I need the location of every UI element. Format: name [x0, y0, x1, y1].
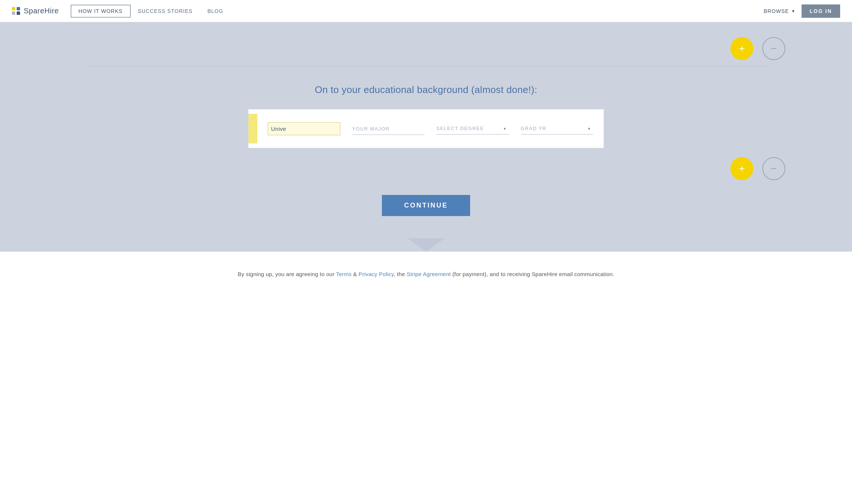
step-circles-bottom: + −: [730, 157, 785, 180]
logo-text: SpareHire: [24, 7, 59, 15]
university-field-group: [268, 122, 340, 135]
stripe-link[interactable]: Stripe Agreement: [407, 271, 451, 277]
plus-icon-top: +: [739, 43, 745, 54]
logo-icon: [12, 7, 20, 15]
logo: SpareHire: [12, 7, 59, 15]
nav-left: SpareHire HOW IT WORKS SUCCESS STORIES B…: [12, 5, 231, 17]
nav-links: HOW IT WORKS SUCCESS STORIES BLOG: [71, 5, 231, 17]
continue-button[interactable]: CONTINUE: [382, 195, 470, 216]
chevron-down-icon: [407, 238, 445, 252]
degree-select[interactable]: SELECT DEGREE BS BA MBA MS PhD: [436, 123, 509, 135]
add-education-button-bottom[interactable]: +: [730, 157, 753, 180]
form-fields: SELECT DEGREE BS BA MBA MS PhD GRAD YR 2…: [257, 122, 604, 135]
add-education-button-top[interactable]: +: [730, 37, 753, 60]
footer-ampersand: &: [351, 271, 359, 277]
degree-select-wrap: SELECT DEGREE BS BA MBA MS PhD: [436, 123, 509, 135]
footer-suffix: (for payment), and to receiving SpareHir…: [451, 271, 614, 277]
nav-link-success-stories[interactable]: SUCCESS STORIES: [131, 5, 200, 17]
divider: [85, 66, 767, 66]
logo-dot-2: [17, 7, 20, 10]
minus-icon-top: −: [771, 43, 777, 54]
grad-year-select[interactable]: GRAD YR 2025 2024 2023 2022 2021 2020: [521, 123, 594, 135]
login-button[interactable]: LOG IN: [802, 4, 840, 18]
browse-caret-icon: ▼: [791, 9, 796, 13]
form-accent-bar: [248, 114, 257, 143]
terms-link[interactable]: Terms: [336, 271, 351, 277]
privacy-link[interactable]: Privacy Policy: [359, 271, 394, 277]
browse-label: BROWSE: [764, 8, 789, 14]
university-input[interactable]: [268, 122, 340, 135]
remove-education-button-bottom[interactable]: −: [762, 157, 785, 180]
nav-right: BROWSE ▼ LOG IN: [764, 4, 840, 18]
minus-icon-bottom: −: [771, 163, 777, 174]
nav-link-how-it-works[interactable]: HOW IT WORKS: [71, 5, 131, 17]
step-circles-top: + −: [730, 37, 785, 60]
logo-dot-3: [12, 11, 15, 15]
major-field-group: [352, 122, 425, 135]
footer: By signing up, you are agreeing to our T…: [0, 252, 852, 307]
remove-education-button-top[interactable]: −: [762, 37, 785, 60]
main-content: + − On to your educational background (a…: [0, 22, 852, 238]
browse-button[interactable]: BROWSE ▼: [764, 8, 796, 14]
footer-mid: , the: [394, 271, 407, 277]
navigation: SpareHire HOW IT WORKS SUCCESS STORIES B…: [0, 0, 852, 22]
grad-year-select-wrap: GRAD YR 2025 2024 2023 2022 2021 2020: [521, 123, 594, 135]
logo-dot-1: [12, 7, 15, 10]
chevron-separator: [0, 238, 852, 252]
logo-dot-4: [17, 11, 20, 15]
section-heading: On to your educational background (almos…: [315, 84, 537, 96]
education-form-row: SELECT DEGREE BS BA MBA MS PhD GRAD YR 2…: [248, 109, 604, 148]
nav-link-blog[interactable]: BLOG: [200, 5, 231, 17]
major-input[interactable]: [352, 122, 425, 135]
footer-text: By signing up, you are agreeing to our T…: [0, 271, 852, 277]
plus-icon-bottom: +: [739, 163, 745, 174]
footer-prefix: By signing up, you are agreeing to our: [238, 271, 336, 277]
